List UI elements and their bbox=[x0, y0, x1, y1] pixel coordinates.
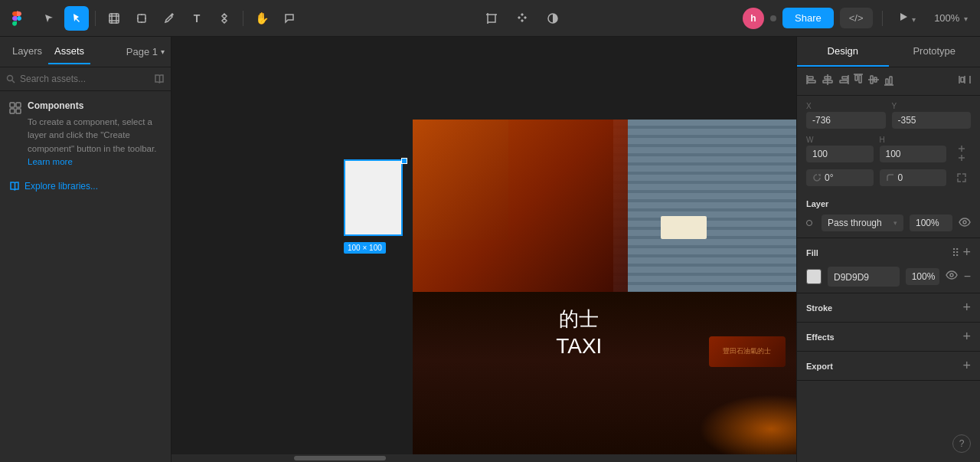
user-avatar[interactable]: h bbox=[743, 8, 764, 29]
tool-move[interactable] bbox=[64, 6, 89, 31]
opacity-input-wrap[interactable] bbox=[910, 215, 952, 231]
corner-radius-input[interactable] bbox=[898, 172, 921, 183]
w-field: W bbox=[806, 136, 874, 162]
stroke-add-btn[interactable]: + bbox=[962, 300, 971, 316]
visibility-toggle[interactable] bbox=[959, 216, 971, 231]
stroke-header: Stroke + bbox=[806, 300, 971, 316]
rotation-input[interactable] bbox=[825, 172, 848, 183]
h-scrollbar-thumb[interactable] bbox=[294, 456, 386, 460]
tab-layers[interactable]: Layers bbox=[6, 39, 48, 64]
svg-rect-25 bbox=[859, 75, 861, 83]
align-center-h-btn[interactable] bbox=[822, 74, 834, 89]
tab-prototype[interactable]: Prototype bbox=[889, 37, 981, 67]
svg-rect-16 bbox=[808, 80, 815, 83]
tool-comment[interactable] bbox=[277, 6, 302, 31]
toolbar-left: T ✋ bbox=[6, 6, 302, 31]
fill-add-btn[interactable]: + bbox=[962, 244, 971, 260]
fill-row: 100% − bbox=[806, 267, 971, 287]
separator-1 bbox=[95, 11, 96, 26]
share-button[interactable]: Share bbox=[782, 8, 834, 28]
h-input[interactable] bbox=[886, 149, 941, 159]
y-field: Y bbox=[892, 102, 972, 129]
hex-input[interactable] bbox=[834, 272, 893, 283]
x-input[interactable] bbox=[812, 115, 880, 126]
tool-pen[interactable] bbox=[157, 6, 181, 31]
hex-input-wrap[interactable] bbox=[828, 267, 900, 287]
rotation-icon bbox=[812, 173, 822, 182]
tool-shape[interactable] bbox=[129, 6, 154, 31]
export-section: Export + bbox=[797, 352, 980, 381]
align-bottom-btn[interactable] bbox=[883, 74, 895, 89]
tool-component[interactable] bbox=[212, 6, 237, 31]
user-dropdown[interactable] bbox=[770, 15, 776, 21]
distribute-btn[interactable] bbox=[959, 74, 971, 89]
fill-grid-icon: ⠿ bbox=[952, 247, 959, 259]
fill-title: Fill bbox=[806, 248, 818, 257]
toolbar: T ✋ bbox=[0, 0, 980, 37]
w-input[interactable] bbox=[812, 149, 867, 159]
blend-mode-select[interactable]: Pass through ▾ bbox=[822, 215, 903, 231]
panel-tabs: Layers Assets Page 1 ▾ bbox=[0, 37, 171, 67]
separator-2 bbox=[243, 11, 243, 26]
tool-select[interactable] bbox=[37, 6, 61, 31]
svg-rect-30 bbox=[886, 79, 888, 84]
explore-libraries-button[interactable]: Explore libraries... bbox=[0, 175, 171, 198]
h-label: H bbox=[880, 136, 947, 144]
canvas-selected-frame[interactable] bbox=[344, 159, 403, 236]
tool-hand[interactable]: ✋ bbox=[250, 6, 274, 31]
fill-opacity[interactable]: 100% bbox=[906, 268, 939, 285]
search-input[interactable] bbox=[20, 74, 149, 84]
align-middle-btn[interactable] bbox=[867, 74, 880, 89]
x-label: X bbox=[806, 102, 886, 110]
rotation-field bbox=[806, 169, 874, 186]
resize-handle-tr[interactable] bbox=[401, 158, 407, 164]
code-view-button[interactable]: </> bbox=[840, 8, 873, 28]
tab-page[interactable]: Page 1 ▾ bbox=[126, 46, 165, 57]
export-add-btn[interactable]: + bbox=[962, 358, 971, 374]
tool-theme[interactable] bbox=[541, 6, 565, 31]
svg-rect-5 bbox=[138, 15, 145, 22]
figma-logo[interactable] bbox=[6, 8, 28, 29]
alignment-row bbox=[797, 67, 980, 96]
align-left-btn[interactable] bbox=[806, 74, 818, 89]
align-right-btn[interactable] bbox=[837, 74, 849, 89]
explore-libraries-label: Explore libraries... bbox=[24, 181, 98, 192]
help-button[interactable]: ? bbox=[952, 434, 971, 453]
tool-crop[interactable] bbox=[479, 6, 504, 31]
h-scrollbar[interactable] bbox=[172, 454, 796, 462]
component-grid-icon bbox=[9, 102, 21, 114]
tool-plugin[interactable] bbox=[510, 6, 534, 31]
corner-radius-icon bbox=[886, 173, 895, 182]
fill-remove-btn[interactable]: − bbox=[964, 270, 971, 283]
fill-header: Fill ⠿ + bbox=[806, 244, 971, 260]
zoom-indicator[interactable]: 100% ▾ bbox=[928, 9, 974, 27]
layer-section-title: Layer bbox=[806, 199, 971, 208]
tool-text[interactable]: T bbox=[185, 6, 209, 31]
tool-frame[interactable] bbox=[102, 6, 126, 31]
link-proportions-btn[interactable] bbox=[952, 144, 971, 162]
svg-line-10 bbox=[12, 80, 15, 83]
radius-row bbox=[797, 165, 980, 193]
h-field: H bbox=[880, 136, 947, 162]
fill-color-swatch[interactable] bbox=[806, 269, 822, 284]
play-button[interactable]: ▾ bbox=[892, 8, 923, 28]
h-input-wrap[interactable] bbox=[880, 146, 947, 162]
effects-add-btn[interactable]: + bbox=[962, 329, 971, 345]
fill-visibility-btn[interactable] bbox=[946, 269, 958, 284]
components-section: Components To create a component, select… bbox=[0, 100, 171, 169]
y-input[interactable] bbox=[898, 115, 965, 126]
align-top-btn[interactable] bbox=[852, 74, 864, 89]
learn-more-link[interactable]: Learn more bbox=[28, 157, 73, 166]
w-input-wrap[interactable] bbox=[806, 146, 874, 162]
svg-rect-24 bbox=[855, 75, 858, 80]
tab-assets[interactable]: Assets bbox=[48, 39, 90, 64]
opacity-input[interactable] bbox=[916, 218, 940, 228]
expand-corners-btn[interactable] bbox=[952, 169, 971, 187]
x-input-wrap[interactable] bbox=[806, 112, 886, 129]
export-title: Export bbox=[806, 362, 833, 371]
tab-design[interactable]: Design bbox=[797, 37, 889, 67]
y-input-wrap[interactable] bbox=[892, 112, 972, 129]
components-title: Components bbox=[28, 100, 162, 116]
canvas-area[interactable]: 的士 TAXI 豐田石油氣的士 100 × 100 bbox=[172, 37, 796, 462]
book-icon[interactable] bbox=[154, 74, 165, 84]
